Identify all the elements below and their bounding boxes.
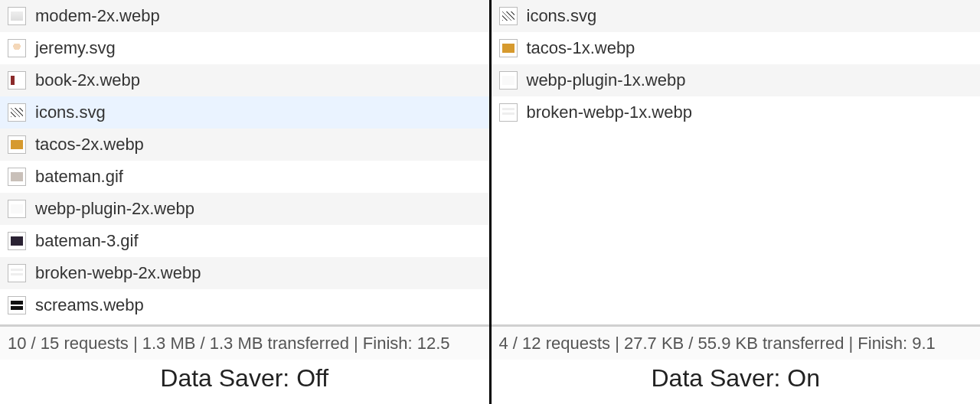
network-request-list-right: icons.svgtacos-1x.webpwebp-plugin-1x.web…	[492, 0, 981, 129]
file-thumbnail-icon	[499, 71, 518, 90]
network-request-row[interactable]: modem-2x.webp	[0, 0, 489, 32]
network-request-row[interactable]: webp-plugin-2x.webp	[0, 193, 489, 225]
network-request-row[interactable]: broken-webp-1x.webp	[492, 96, 981, 129]
network-request-row[interactable]: bateman-3.gif	[0, 225, 489, 257]
comparison-container: modem-2x.webpjeremy.svgbook-2x.webpicons…	[0, 0, 980, 404]
file-name: modem-2x.webp	[35, 6, 160, 26]
network-request-row[interactable]: tacos-1x.webp	[492, 32, 981, 64]
file-thumbnail-icon	[499, 7, 518, 25]
file-thumbnail-icon	[499, 39, 518, 57]
panel-data-saver-off: modem-2x.webpjeremy.svgbook-2x.webpicons…	[0, 0, 492, 404]
network-request-row[interactable]: icons.svg	[0, 96, 489, 129]
file-thumbnail-icon	[8, 200, 26, 218]
caption-right: Data Saver: On	[492, 360, 981, 404]
file-name: book-2x.webp	[35, 70, 140, 90]
file-thumbnail-icon	[8, 7, 26, 25]
network-request-row[interactable]: broken-webp-2x.webp	[0, 257, 489, 289]
file-name: webp-plugin-1x.webp	[527, 70, 686, 90]
file-name: broken-webp-2x.webp	[35, 263, 201, 283]
file-name: broken-webp-1x.webp	[527, 103, 692, 122]
network-request-row[interactable]: screams.webp	[0, 289, 489, 321]
spacer	[492, 129, 981, 324]
file-name: icons.svg	[527, 6, 597, 26]
file-thumbnail-icon	[8, 296, 26, 314]
network-request-row[interactable]: webp-plugin-1x.webp	[492, 64, 981, 96]
network-request-row[interactable]: book-2x.webp	[0, 64, 489, 96]
file-thumbnail-icon	[8, 168, 26, 186]
network-request-list-left: modem-2x.webpjeremy.svgbook-2x.webpicons…	[0, 0, 489, 321]
network-request-row[interactable]: icons.svg	[492, 0, 981, 32]
file-thumbnail-icon	[8, 264, 26, 282]
file-name: bateman-3.gif	[35, 231, 139, 251]
file-name: bateman.gif	[35, 167, 123, 187]
file-name: icons.svg	[35, 103, 106, 122]
network-request-row[interactable]: jeremy.svg	[0, 32, 489, 64]
file-name: screams.webp	[35, 295, 144, 315]
file-thumbnail-icon	[8, 232, 26, 250]
status-bar-right: 4 / 12 requests | 27.7 KB / 55.9 KB tran…	[492, 324, 981, 360]
caption-left: Data Saver: Off	[0, 360, 489, 404]
network-request-row[interactable]: bateman.gif	[0, 161, 489, 193]
file-name: tacos-2x.webp	[35, 135, 144, 155]
network-request-row[interactable]: tacos-2x.webp	[0, 129, 489, 161]
panel-data-saver-on: icons.svgtacos-1x.webpwebp-plugin-1x.web…	[492, 0, 981, 404]
file-thumbnail-icon	[8, 135, 26, 154]
file-thumbnail-icon	[8, 39, 26, 57]
status-bar-left: 10 / 15 requests | 1.3 MB / 1.3 MB trans…	[0, 324, 489, 360]
file-name: tacos-1x.webp	[527, 38, 635, 58]
file-thumbnail-icon	[8, 103, 26, 122]
file-name: jeremy.svg	[35, 38, 116, 58]
file-thumbnail-icon	[499, 103, 518, 122]
file-thumbnail-icon	[8, 71, 26, 90]
file-name: webp-plugin-2x.webp	[35, 199, 194, 219]
